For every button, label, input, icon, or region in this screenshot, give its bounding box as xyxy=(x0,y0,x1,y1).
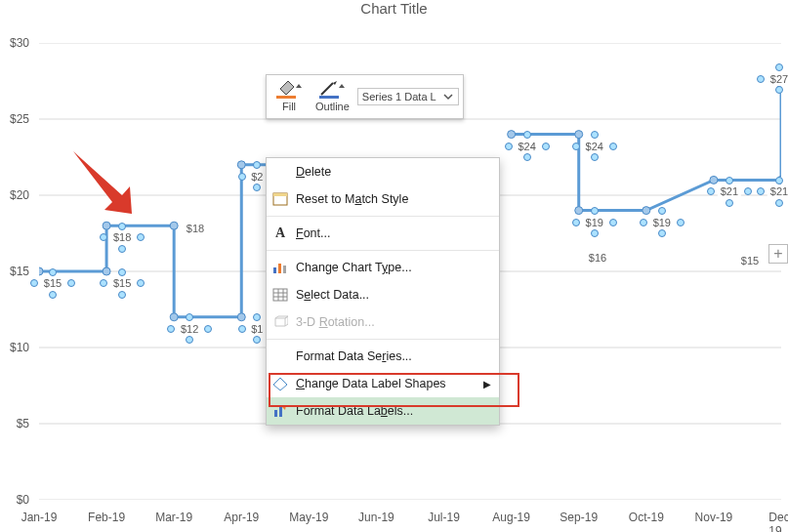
menu-item-format-data-labels[interactable]: Format Data Labels... xyxy=(267,397,499,425)
svg-point-21 xyxy=(777,85,781,93)
reset-icon xyxy=(272,192,288,206)
chevron-down-icon xyxy=(442,91,454,102)
data-label[interactable]: $21 xyxy=(767,184,788,198)
svg-point-16 xyxy=(575,131,583,139)
svg-point-17 xyxy=(575,207,583,215)
x-tick-label: Feb-19 xyxy=(88,511,125,524)
shape-icon xyxy=(272,377,288,390)
data-label[interactable]: $15 xyxy=(41,276,64,290)
x-tick-label: Apr-19 xyxy=(224,511,259,524)
callout-arrow xyxy=(73,151,142,220)
x-tick-label: Jul-19 xyxy=(428,511,460,524)
svg-point-11 xyxy=(170,313,178,321)
select-data-icon xyxy=(272,288,288,302)
y-tick-label: $0 xyxy=(17,493,29,507)
data-label[interactable]: $12 xyxy=(178,322,201,336)
svg-point-7 xyxy=(39,267,43,275)
y-axis-labels: $0$5$10$15$20$25$30 xyxy=(0,43,33,500)
svg-point-18 xyxy=(643,207,650,215)
format-labels-icon xyxy=(272,404,288,418)
svg-point-9 xyxy=(103,222,110,229)
svg-marker-22 xyxy=(73,151,132,214)
chart-title[interactable]: Chart Title xyxy=(0,0,788,17)
svg-point-8 xyxy=(103,267,110,275)
x-tick-label: Sep-19 xyxy=(560,511,598,524)
svg-rect-28 xyxy=(278,264,281,273)
svg-rect-35 xyxy=(274,410,277,417)
svg-rect-23 xyxy=(276,96,296,99)
data-label[interactable]: $21 xyxy=(718,184,741,198)
data-label[interactable]: $27 xyxy=(767,72,788,86)
svg-point-20 xyxy=(777,176,781,184)
svg-rect-29 xyxy=(283,266,286,273)
x-tick-label: Dec-19 xyxy=(768,511,788,532)
menu-item-format-data-series[interactable]: Format Data Series... xyxy=(267,343,499,370)
data-label[interactable]: $18 xyxy=(110,230,134,244)
svg-point-13 xyxy=(237,161,245,169)
svg-point-10 xyxy=(170,222,178,229)
svg-rect-27 xyxy=(273,267,276,273)
y-tick-label: $20 xyxy=(10,188,29,202)
data-label[interactable]: $19 xyxy=(650,216,674,229)
context-menu: Delete Reset to Match Style A Font... Ch… xyxy=(266,157,500,426)
data-label[interactable]: $15 xyxy=(110,276,134,290)
x-tick-label: Jun-19 xyxy=(358,511,394,524)
outline-label: Outline xyxy=(315,101,350,112)
fill-label: Fill xyxy=(282,101,296,112)
svg-rect-36 xyxy=(279,407,282,417)
menu-item-select-data[interactable]: Select Data... xyxy=(267,281,499,308)
x-tick-label: Mar-19 xyxy=(155,511,192,524)
data-label[interactable]: $2 xyxy=(248,170,266,184)
y-tick-label: $15 xyxy=(10,265,29,278)
menu-item-reset[interactable]: Reset to Match Style xyxy=(267,185,499,213)
extra-label-18: $18 xyxy=(184,222,207,235)
x-axis-labels: Jan-19Feb-19Mar-19Apr-19May-19Jun-19Jul-… xyxy=(39,511,788,528)
chart-type-icon xyxy=(272,261,288,274)
data-label[interactable]: $19 xyxy=(583,216,606,229)
menu-item-delete[interactable]: Delete xyxy=(267,158,499,185)
chart-canvas: Chart Title $0$5$10$15$20$25$30 Jan-19Fe… xyxy=(0,0,788,532)
svg-point-19 xyxy=(710,176,718,184)
svg-rect-26 xyxy=(273,193,287,196)
rotation-icon xyxy=(272,315,288,329)
menu-item-font[interactable]: A Font... xyxy=(267,220,499,247)
menu-item-3d-rotation: 3-D Rotation... xyxy=(267,308,499,336)
extra-label-15: $15 xyxy=(738,254,762,267)
svg-rect-24 xyxy=(319,96,339,99)
menu-item-change-chart-type[interactable]: Change Chart Type... xyxy=(267,254,499,281)
mini-toolbar: Fill Outline Series 1 Data L xyxy=(266,74,464,119)
x-tick-label: Aug-19 xyxy=(492,511,530,524)
menu-item-change-data-label-shapes[interactable]: Change Data Label Shapes ▶ xyxy=(267,370,499,397)
y-tick-label: $5 xyxy=(17,417,29,430)
x-tick-label: May-19 xyxy=(289,511,328,524)
y-tick-label: $30 xyxy=(10,36,29,50)
submenu-arrow-icon: ▶ xyxy=(483,379,491,389)
data-label[interactable]: $24 xyxy=(515,140,538,153)
x-tick-label: Nov-19 xyxy=(695,511,733,524)
data-label[interactable]: $1 xyxy=(248,322,266,336)
font-icon: A xyxy=(275,225,285,241)
svg-point-12 xyxy=(237,313,245,321)
y-tick-label: $10 xyxy=(10,341,29,354)
outline-button[interactable]: Outline xyxy=(310,79,355,114)
fill-button[interactable]: Fill xyxy=(270,79,308,114)
extra-label-16: $16 xyxy=(586,251,609,265)
y-tick-label: $25 xyxy=(10,112,29,126)
x-tick-label: Oct-19 xyxy=(629,511,664,524)
data-label[interactable]: $24 xyxy=(583,140,606,153)
x-tick-label: Jan-19 xyxy=(21,511,58,524)
chart-elements-button[interactable]: + xyxy=(768,244,788,264)
series-selector-value: Series 1 Data L xyxy=(362,91,436,102)
svg-point-15 xyxy=(508,131,516,139)
svg-rect-30 xyxy=(273,289,287,301)
series-selector[interactable]: Series 1 Data L xyxy=(357,88,459,105)
